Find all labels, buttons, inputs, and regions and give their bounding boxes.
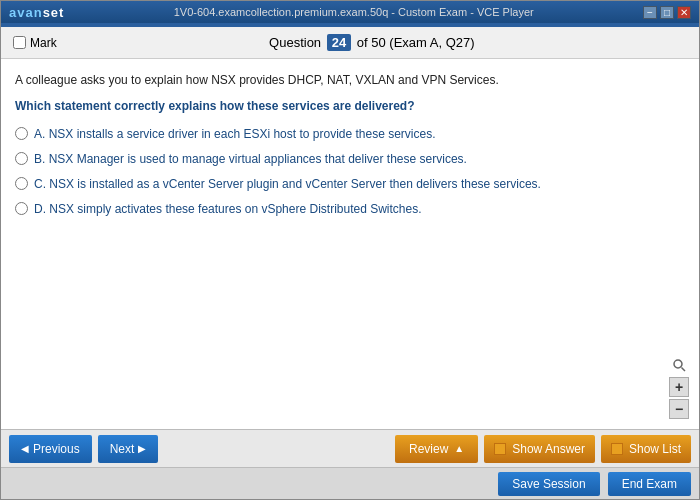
show-answer-box-icon <box>494 443 506 455</box>
app-window: avanset 1V0-604.examcollection.premium.e… <box>0 0 700 500</box>
question-prompt: Which statement correctly explains how t… <box>15 97 685 115</box>
options-list: A. NSX installs a service driver in each… <box>15 125 685 218</box>
previous-label: Previous <box>33 442 80 456</box>
next-button[interactable]: Next ▶ <box>98 435 159 463</box>
option-d: D. NSX simply activates these features o… <box>15 200 685 218</box>
end-exam-button[interactable]: End Exam <box>608 472 691 496</box>
show-list-label: Show List <box>629 442 681 456</box>
mark-label: Mark <box>30 36 57 50</box>
title-bar-left: avanset <box>9 5 64 20</box>
maximize-button[interactable]: □ <box>660 6 674 19</box>
svg-line-1 <box>682 368 686 372</box>
review-label: Review <box>409 442 448 456</box>
option-a-label: A. NSX installs a service driver in each… <box>34 125 436 143</box>
title-bar: avanset 1V0-604.examcollection.premium.e… <box>1 1 699 23</box>
option-a: A. NSX installs a service driver in each… <box>15 125 685 143</box>
bottom-bar-bottom: Save Session End Exam <box>1 467 699 499</box>
zoom-out-button[interactable]: − <box>669 399 689 419</box>
question-info: Question 24 of 50 (Exam A, Q27) <box>57 34 687 51</box>
zoom-in-button[interactable]: + <box>669 377 689 397</box>
window-controls: − □ ✕ <box>643 6 691 19</box>
search-icon[interactable] <box>669 355 689 375</box>
save-session-button[interactable]: Save Session <box>498 472 599 496</box>
option-b: B. NSX Manager is used to manage virtual… <box>15 150 685 168</box>
mark-checkbox[interactable] <box>13 36 26 49</box>
question-header: Mark Question 24 of 50 (Exam A, Q27) <box>1 27 699 59</box>
window-title: 1V0-604.examcollection.premium.exam.50q … <box>64 6 643 18</box>
option-d-text: NSX simply activates these features on v… <box>49 202 421 216</box>
option-a-radio[interactable] <box>15 127 28 140</box>
option-d-radio[interactable] <box>15 202 28 215</box>
logo-highlight: avan <box>9 5 43 20</box>
question-intro: A colleague asks you to explain how NSX … <box>15 73 499 87</box>
next-label: Next <box>110 442 135 456</box>
option-b-radio[interactable] <box>15 152 28 165</box>
svg-point-0 <box>674 360 682 368</box>
option-c-label: C. NSX is installed as a vCenter Server … <box>34 175 541 193</box>
mark-container: Mark <box>13 36 57 50</box>
option-b-text: NSX Manager is used to manage virtual ap… <box>49 152 467 166</box>
next-arrow-icon: ▶ <box>138 443 146 454</box>
option-b-label: B. NSX Manager is used to manage virtual… <box>34 150 467 168</box>
bottom-bar-top: ◀ Previous Next ▶ Review ▲ Show Answer S… <box>1 429 699 467</box>
review-button[interactable]: Review ▲ <box>395 435 478 463</box>
show-answer-button[interactable]: Show Answer <box>484 435 595 463</box>
option-d-label: D. NSX simply activates these features o… <box>34 200 422 218</box>
question-number: 24 <box>327 34 351 51</box>
minimize-button[interactable]: − <box>643 6 657 19</box>
zoom-controls: + − <box>669 355 689 419</box>
content-area: A colleague asks you to explain how NSX … <box>1 59 699 429</box>
question-label: Question <box>269 35 321 50</box>
previous-button[interactable]: ◀ Previous <box>9 435 92 463</box>
question-total: of 50 (Exam A, Q27) <box>357 35 475 50</box>
logo-text-set: set <box>43 5 65 20</box>
option-c-text: NSX is installed as a vCenter Server plu… <box>49 177 541 191</box>
logo: avanset <box>9 5 64 20</box>
show-list-button[interactable]: Show List <box>601 435 691 463</box>
option-c: C. NSX is installed as a vCenter Server … <box>15 175 685 193</box>
show-list-box-icon <box>611 443 623 455</box>
close-button[interactable]: ✕ <box>677 6 691 19</box>
review-arrow-icon: ▲ <box>454 443 464 454</box>
option-c-radio[interactable] <box>15 177 28 190</box>
question-text: A colleague asks you to explain how NSX … <box>15 71 685 115</box>
show-answer-label: Show Answer <box>512 442 585 456</box>
option-a-text: NSX installs a service driver in each ES… <box>49 127 436 141</box>
previous-arrow-icon: ◀ <box>21 443 29 454</box>
